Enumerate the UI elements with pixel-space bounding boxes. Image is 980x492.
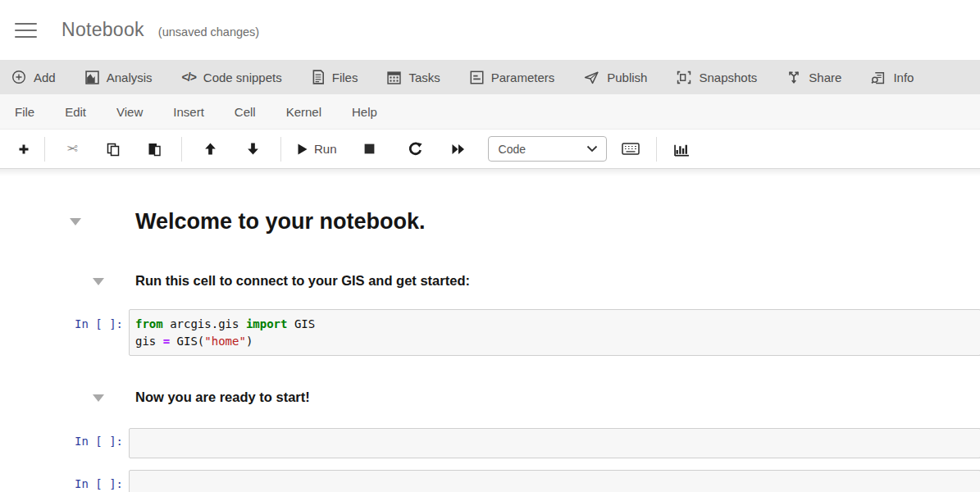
calendar-icon xyxy=(387,71,401,84)
publish-icon xyxy=(584,71,599,84)
menu-file[interactable]: File xyxy=(15,105,34,119)
move-cell-down-button[interactable] xyxy=(239,137,267,162)
empty-code-cell-2[interactable] xyxy=(129,470,980,492)
markdown-heading-connect[interactable]: Run this cell to connect to your GIS and… xyxy=(135,273,470,289)
scissors-icon: ✂ xyxy=(66,140,78,157)
collapse-arrow-h1[interactable] xyxy=(70,218,81,226)
info-icon xyxy=(871,70,886,84)
add-circle-icon xyxy=(11,70,26,84)
fast-forward-icon xyxy=(451,143,466,156)
run-label: Run xyxy=(314,142,337,156)
restart-kernel-button[interactable] xyxy=(402,137,430,162)
code-line-1: from arcgis.gis import GIS xyxy=(135,316,973,333)
page-title: Notebook xyxy=(62,19,144,41)
tasks-button[interactable]: Tasks xyxy=(387,71,440,84)
keyboard-icon xyxy=(622,143,640,155)
files-label: Files xyxy=(332,71,358,84)
input-prompt-2: In [ ]: xyxy=(0,435,123,448)
input-prompt-1: In [ ]: xyxy=(0,317,123,330)
share-label: Share xyxy=(809,71,841,84)
cut-cell-button[interactable]: ✂ xyxy=(58,137,86,162)
code-cell-gis[interactable]: from arcgis.gis import GISgis = GIS("hom… xyxy=(129,309,980,356)
stop-icon xyxy=(363,143,376,155)
arrow-down-icon xyxy=(246,142,260,156)
share-icon xyxy=(786,70,801,84)
menu-kernel[interactable]: Kernel xyxy=(286,105,321,119)
open-console-button[interactable] xyxy=(668,137,696,162)
markdown-heading-ready[interactable]: Now you are ready to start! xyxy=(135,390,310,405)
snapshots-label: Snapshots xyxy=(699,71,757,84)
parameters-label: Parameters xyxy=(491,71,555,84)
add-cell-button[interactable] xyxy=(10,137,38,162)
code-line-2: gis = GIS("home") xyxy=(135,333,973,350)
cell-type-select[interactable]: Code xyxy=(488,136,607,162)
files-button[interactable]: Files xyxy=(312,70,358,84)
file-icon xyxy=(312,70,325,84)
markdown-heading-welcome[interactable]: Welcome to your notebook. xyxy=(135,209,426,235)
plus-icon xyxy=(17,143,30,156)
copy-icon xyxy=(106,142,121,157)
code-icon: </> xyxy=(182,71,196,84)
publish-button[interactable]: Publish xyxy=(584,71,647,84)
menu-insert[interactable]: Insert xyxy=(173,105,204,119)
code-editor-2[interactable] xyxy=(130,429,980,440)
notebook-menu-bar: File Edit View Insert Cell Kernel Help xyxy=(0,94,980,130)
publish-label: Publish xyxy=(607,71,647,84)
empty-code-cell-1[interactable] xyxy=(129,428,980,458)
arrow-up-icon xyxy=(203,142,217,156)
unsaved-changes-status: (unsaved changes) xyxy=(158,22,259,39)
parameters-button[interactable]: Parameters xyxy=(470,71,555,84)
code-snippets-button[interactable]: </> Code snippets xyxy=(182,71,282,84)
snapshot-icon xyxy=(677,71,691,84)
code-editor-3[interactable] xyxy=(130,471,980,481)
code-editor-1[interactable]: from arcgis.gis import GISgis = GIS("hom… xyxy=(130,310,980,355)
analysis-button[interactable]: Analysis xyxy=(85,71,153,84)
restart-run-all-button[interactable] xyxy=(444,137,472,162)
menu-help[interactable]: Help xyxy=(352,105,377,119)
paste-icon xyxy=(147,142,162,157)
collapse-arrow-connect[interactable] xyxy=(93,278,104,285)
analysis-label: Analysis xyxy=(107,71,153,84)
chevron-down-icon xyxy=(586,145,598,153)
paste-cell-button[interactable] xyxy=(140,137,168,162)
snapshots-button[interactable]: Snapshots xyxy=(677,71,757,84)
parameters-icon xyxy=(470,71,484,84)
restart-icon xyxy=(408,142,422,156)
stop-kernel-button[interactable] xyxy=(356,137,384,162)
copy-cell-button[interactable] xyxy=(99,137,127,162)
notebook-app: Notebook (unsaved changes) Add Analysis … xyxy=(0,0,980,492)
run-cell-button[interactable]: Run xyxy=(296,137,337,162)
app-header: Notebook (unsaved changes) xyxy=(0,0,980,60)
menu-view[interactable]: View xyxy=(116,105,143,119)
share-button[interactable]: Share xyxy=(786,70,841,84)
hamburger-menu-icon[interactable] xyxy=(15,23,37,38)
cell-type-value: Code xyxy=(499,143,526,156)
add-button[interactable]: Add xyxy=(11,70,56,84)
collapse-arrow-ready[interactable] xyxy=(93,394,104,402)
command-palette-button[interactable] xyxy=(617,137,645,162)
app-toolbar: Add Analysis </> Code snippets Files xyxy=(0,60,980,94)
info-label: Info xyxy=(893,71,914,84)
tasks-label: Tasks xyxy=(408,71,440,84)
analysis-icon xyxy=(85,71,99,84)
input-prompt-3: In [ ]: xyxy=(0,477,123,490)
info-button[interactable]: Info xyxy=(871,70,914,84)
run-icon xyxy=(296,143,308,156)
menu-cell[interactable]: Cell xyxy=(235,105,256,119)
menu-edit[interactable]: Edit xyxy=(65,105,86,119)
move-cell-up-button[interactable] xyxy=(196,137,224,162)
code-snippets-label: Code snippets xyxy=(203,71,282,84)
cell-toolbar: ✂ xyxy=(0,130,980,169)
notebook-content: Welcome to your notebook. Run this cell … xyxy=(0,169,980,492)
bar-chart-icon xyxy=(674,142,690,157)
add-label: Add xyxy=(34,71,56,84)
